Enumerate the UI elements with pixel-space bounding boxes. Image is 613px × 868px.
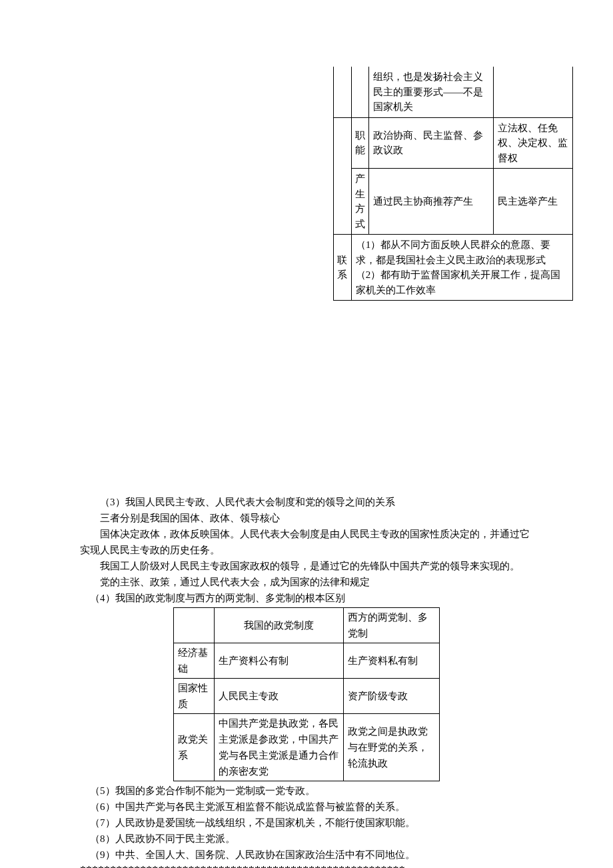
- cell-text: 立法权、任免权、决定权、监督权: [493, 117, 572, 169]
- cell-text: 生产资料公有制: [215, 643, 344, 679]
- table-row: 组织，也是发扬社会主义民主的重要形式——不是国家机关: [334, 67, 573, 117]
- row-label: 产生方式: [351, 169, 369, 235]
- paragraph: （6）中国共产党与各民主党派互相监督不能说成监督与被监督的关系。: [80, 799, 533, 815]
- cell-text: 人民民主专政: [215, 679, 344, 714]
- cell-text: [493, 67, 572, 117]
- body-text-block-2: （5）我国的多党合作制不能为一党制或一党专政。 （6）中国共产党与各民主党派互相…: [80, 783, 533, 868]
- table-row: 国家性质 人民民主专政 资产阶级专政: [174, 679, 440, 714]
- cell-text: 民主选举产生: [493, 169, 572, 235]
- row-label: 联系: [334, 235, 352, 301]
- comparison-table-2: 我国的政党制度 西方的两党制、多党制 经济基础 生产资料公有制 生产资料私有制 …: [173, 607, 440, 781]
- paragraph: （3）我国人民民主专政、人民代表大会制度和党的领导之间的关系: [80, 494, 533, 510]
- column-header: 西方的两党制、多党制: [344, 608, 440, 643]
- blank-header: [174, 608, 215, 643]
- cell-text: 生产资料私有制: [344, 643, 440, 679]
- cell-text: 政党之间是执政党与在野党的关系，轮流执政: [344, 714, 440, 781]
- cell-text: 资产阶级专政: [344, 679, 440, 714]
- paragraph: （7）人民政协是爱国统一战线组织，不是国家机关，不能行使国家职能。: [80, 815, 533, 831]
- cell-text: 通过民主协商推荐产生: [369, 169, 493, 235]
- cell-text: （1）都从不同方面反映人民群众的意愿、要求，都是我国社会主义民主政治的表现形式 …: [351, 235, 572, 301]
- paragraph: （4）我国的政党制度与西方的两党制、多党制的根本区别: [80, 590, 533, 606]
- cell-text: 中国共产党是执政党，各民主党派是参政党，中国共产党与各民主党派是通力合作的亲密友…: [215, 714, 344, 781]
- row-label: 职能: [351, 117, 369, 169]
- table-row: 我国的政党制度 西方的两党制、多党制: [174, 608, 440, 643]
- row-label: 国家性质: [174, 679, 215, 714]
- comparison-table-1: 组织，也是发扬社会主义民主的重要形式——不是国家机关 职能 政治协商、民主监督、…: [333, 67, 573, 301]
- table-row: 经济基础 生产资料公有制 生产资料私有制: [174, 643, 440, 679]
- table-row: 产生方式 通过民主协商推荐产生 民主选举产生: [334, 169, 573, 235]
- cell-text: 组织，也是发扬社会主义民主的重要形式——不是国家机关: [369, 67, 493, 117]
- column-header: 我国的政党制度: [215, 608, 344, 643]
- paragraph: 党的主张、政策，通过人民代表大会，成为国家的法律和规定: [80, 574, 533, 590]
- cell-text: 政治协商、民主监督、参政议政: [369, 117, 493, 169]
- paragraph: 我国工人阶级对人民民主专政国家政权的领导，是通过它的先锋队中国共产党的领导来实现…: [80, 558, 533, 574]
- table-row: 职能 政治协商、民主监督、参政议政 立法权、任免权、决定权、监督权: [334, 117, 573, 169]
- body-text-block-1: （3）我国人民民主专政、人民代表大会制度和党的领导之间的关系 三者分别是我国的国…: [80, 494, 533, 606]
- table-row: 联系 （1）都从不同方面反映人民群众的意愿、要求，都是我国社会主义民主政治的表现…: [334, 235, 573, 301]
- row-label: 经济基础: [174, 643, 215, 679]
- table2-container: 我国的政党制度 西方的两党制、多党制 经济基础 生产资料公有制 生产资料私有制 …: [80, 607, 533, 781]
- blank-cell: [334, 117, 352, 235]
- paragraph: （5）我国的多党合作制不能为一党制或一党专政。: [80, 783, 533, 799]
- divider-stars: ****************************************…: [80, 863, 533, 868]
- paragraph: （8）人民政协不同于民主党派。: [80, 831, 533, 847]
- paragraph: （9）中共、全国人大、国务院、人民政协在国家政治生活中有不同地位。: [80, 847, 533, 863]
- paragraph: 国体决定政体，政体反映国体。人民代表大会制度是由人民民主专政的国家性质决定的，并…: [80, 526, 533, 558]
- blank-cell: [351, 67, 369, 117]
- vertical-gap: [80, 301, 533, 494]
- document-page: 组织，也是发扬社会主义民主的重要形式——不是国家机关 职能 政治协商、民主监督、…: [0, 0, 613, 868]
- paragraph: 三者分别是我国的国体、政体、领导核心: [80, 510, 533, 526]
- blank-cell: [334, 67, 352, 117]
- table1-container: 组织，也是发扬社会主义民主的重要形式——不是国家机关 职能 政治协商、民主监督、…: [80, 67, 573, 301]
- row-label: 政党关系: [174, 714, 215, 781]
- table-row: 政党关系 中国共产党是执政党，各民主党派是参政党，中国共产党与各民主党派是通力合…: [174, 714, 440, 781]
